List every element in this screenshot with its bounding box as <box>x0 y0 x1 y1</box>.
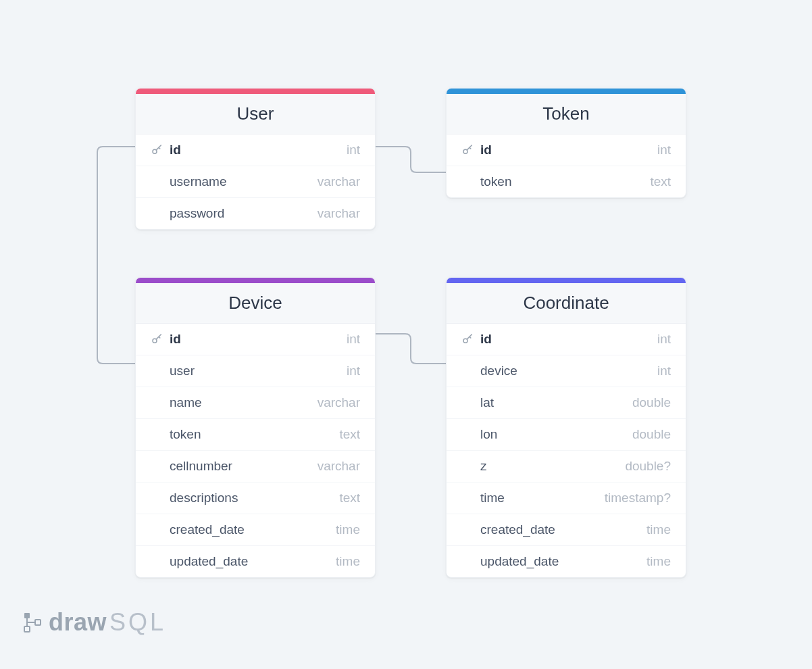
column-type: int <box>347 332 360 347</box>
column-type: int <box>347 143 360 157</box>
table-row[interactable]: name varchar <box>136 387 375 419</box>
column-type: timestamp? <box>605 491 671 505</box>
table-row[interactable]: id int <box>136 134 375 166</box>
column-type: double <box>632 427 671 442</box>
table-title: Coordinate <box>447 283 686 324</box>
column-name: descriptions <box>170 491 339 505</box>
column-name: password <box>170 206 318 221</box>
column-name: lat <box>480 395 632 410</box>
table-token[interactable]: Token id int token text <box>446 88 686 198</box>
column-type: int <box>657 332 671 347</box>
table-user[interactable]: User id int username varchar password va… <box>135 88 376 230</box>
table-row[interactable]: token text <box>136 419 375 451</box>
column-type: text <box>339 491 360 505</box>
drawsql-logo: draw SQL <box>23 608 166 637</box>
column-type: time <box>646 554 671 569</box>
logo-text-sql: SQL <box>109 608 166 637</box>
table-title: User <box>136 94 375 134</box>
column-name: time <box>480 491 605 505</box>
table-row[interactable]: password varchar <box>136 198 375 229</box>
column-name: created_date <box>480 522 646 537</box>
table-rows: id int token text <box>447 134 686 197</box>
column-name: updated_date <box>170 554 336 569</box>
column-name: device <box>480 364 657 378</box>
table-row[interactable]: cellnumber varchar <box>136 451 375 482</box>
column-name: id <box>480 332 657 347</box>
table-title: Device <box>136 283 375 324</box>
logo-text-draw: draw <box>49 608 107 637</box>
column-type: varchar <box>318 459 360 474</box>
column-name: user <box>170 364 347 378</box>
column-name: token <box>170 427 339 442</box>
table-accent <box>136 278 375 283</box>
column-type: text <box>339 427 360 442</box>
column-type: time <box>336 554 360 569</box>
column-type: double <box>632 395 671 410</box>
column-type: time <box>646 522 671 537</box>
column-name: created_date <box>170 522 336 537</box>
column-type: varchar <box>318 174 360 189</box>
table-device[interactable]: Device id int user int name varchar <box>135 277 376 578</box>
svg-rect-5 <box>24 626 30 632</box>
column-name: name <box>170 395 318 410</box>
key-icon <box>151 144 170 156</box>
column-type: int <box>347 364 360 378</box>
column-name: id <box>170 143 347 157</box>
column-name: id <box>170 332 347 347</box>
svg-rect-4 <box>24 613 30 618</box>
table-row[interactable]: lat double <box>447 387 686 419</box>
table-row[interactable]: created_date time <box>136 514 375 546</box>
column-type: int <box>657 364 671 378</box>
column-name: token <box>480 174 650 189</box>
diagram-canvas[interactable]: User id int username varchar password va… <box>0 0 812 669</box>
column-name: cellnumber <box>170 459 318 474</box>
key-icon <box>461 333 480 345</box>
table-row[interactable]: descriptions text <box>136 482 375 514</box>
column-name: z <box>480 459 625 474</box>
column-name: id <box>480 143 657 157</box>
column-type: int <box>657 143 671 157</box>
table-rows: id int device int lat double lon double … <box>447 324 686 577</box>
table-row[interactable]: id int <box>447 134 686 166</box>
table-coordinate[interactable]: Coordinate id int device int lat double <box>446 277 686 578</box>
table-row[interactable]: lon double <box>447 419 686 451</box>
table-row[interactable]: token text <box>447 166 686 197</box>
table-row[interactable]: id int <box>447 324 686 355</box>
table-row[interactable]: time timestamp? <box>447 482 686 514</box>
table-row[interactable]: updated_date time <box>136 546 375 577</box>
column-type: varchar <box>318 395 360 410</box>
key-icon <box>461 144 480 156</box>
table-row[interactable]: device int <box>447 355 686 387</box>
table-rows: id int user int name varchar token text … <box>136 324 375 577</box>
drawsql-glyph-icon <box>23 612 42 633</box>
table-accent <box>447 278 686 283</box>
table-title: Token <box>447 94 686 134</box>
column-type: text <box>650 174 671 189</box>
relationship-lines <box>0 0 812 669</box>
column-type: varchar <box>318 206 360 221</box>
table-accent <box>136 89 375 94</box>
column-name: updated_date <box>480 554 646 569</box>
key-icon <box>151 333 170 345</box>
svg-rect-6 <box>35 620 41 625</box>
table-rows: id int username varchar password varchar <box>136 134 375 229</box>
column-type: time <box>336 522 360 537</box>
table-accent <box>447 89 686 94</box>
table-row[interactable]: id int <box>136 324 375 355</box>
column-name: lon <box>480 427 632 442</box>
table-row[interactable]: z double? <box>447 451 686 482</box>
table-row[interactable]: username varchar <box>136 166 375 198</box>
column-type: double? <box>625 459 671 474</box>
table-row[interactable]: user int <box>136 355 375 387</box>
column-name: username <box>170 174 318 189</box>
table-row[interactable]: updated_date time <box>447 546 686 577</box>
table-row[interactable]: created_date time <box>447 514 686 546</box>
